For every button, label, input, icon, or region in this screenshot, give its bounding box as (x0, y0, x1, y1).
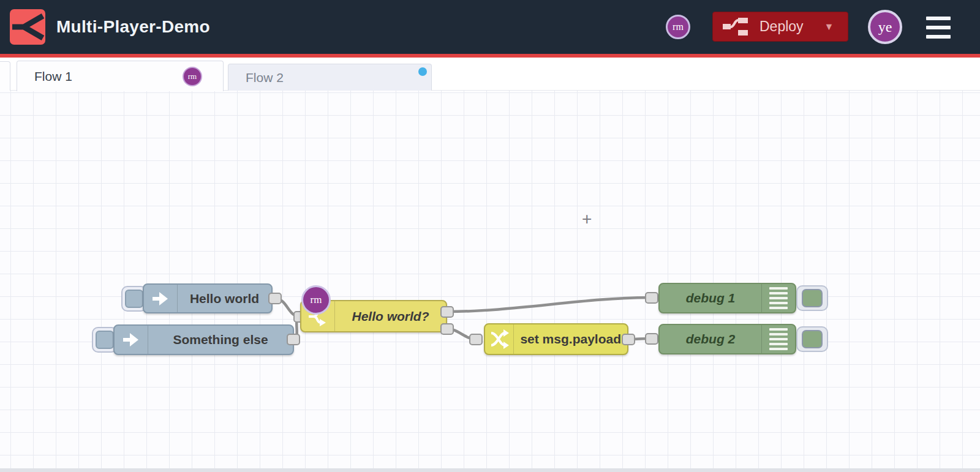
inject-arrow-icon (144, 285, 178, 312)
user-avatar[interactable]: ye (868, 10, 902, 44)
debug-toggle-button[interactable] (796, 326, 828, 352)
node-label: Hello world (178, 285, 271, 312)
debug-list-icon (761, 325, 795, 353)
flow-tab-bar: Flow 1 rm Flow 2 + ▾ (0, 58, 980, 91)
tab-flow-1[interactable]: Flow 1 rm (17, 61, 224, 91)
node-label: debug 2 (660, 325, 761, 353)
notification-dot (418, 67, 427, 76)
node-label: debug 1 (660, 284, 761, 312)
node-change-set-msg-payload[interactable]: set msg.payload (484, 323, 628, 355)
flow-canvas[interactable]: Hello world Something else Hello world? … (0, 91, 980, 472)
node-inject-something-else[interactable]: Something else (113, 324, 294, 355)
deploy-button[interactable]: Deploy ▼ (712, 12, 848, 42)
tab-collaborator-badge: rm (183, 67, 202, 86)
output-port[interactable] (268, 293, 282, 304)
input-port[interactable] (645, 292, 658, 304)
node-debug-1[interactable]: debug 1 (658, 283, 796, 313)
debug-toggle-button[interactable] (796, 285, 828, 311)
output-port-2[interactable] (440, 323, 454, 335)
output-port[interactable] (287, 334, 300, 345)
input-port[interactable] (469, 334, 483, 345)
wire-layer (0, 91, 980, 472)
collaborator-avatar[interactable]: rm (666, 15, 690, 39)
wire[interactable] (447, 298, 652, 312)
cursor-crosshair: + (582, 209, 592, 229)
tab-edge-sliver (0, 61, 10, 91)
node-label: Something else (148, 326, 293, 354)
change-shuffle-icon (485, 324, 514, 354)
flowfuse-logo[interactable] (10, 9, 45, 45)
tab-label: Flow 1 (17, 69, 72, 84)
deploy-dropdown-caret-icon[interactable]: ▼ (824, 21, 834, 32)
node-collaborator-badge: rm (301, 285, 331, 315)
node-inject-hello-world[interactable]: Hello world (143, 283, 273, 313)
hamburger-menu-icon[interactable] (926, 17, 951, 39)
page-title: Multi-Player-Demo (56, 0, 210, 54)
logo-icon (10, 9, 45, 45)
output-port-1[interactable] (440, 306, 454, 318)
tab-label: Flow 2 (228, 70, 284, 85)
tab-flow-2[interactable]: Flow 2 (228, 64, 432, 91)
app-header: Multi-Player-Demo rm Deploy ▼ ye (0, 0, 980, 54)
deploy-label: Deploy (760, 18, 804, 35)
inject-arrow-icon (115, 326, 148, 354)
deploy-icon (723, 17, 748, 37)
input-port[interactable] (645, 333, 658, 345)
debug-list-icon (761, 284, 795, 312)
node-label: Hello world? (335, 301, 446, 331)
bottom-edge-strip (0, 468, 980, 472)
node-debug-2[interactable]: debug 2 (658, 324, 796, 354)
output-port[interactable] (622, 334, 635, 345)
node-label: set msg.payload (514, 324, 627, 354)
